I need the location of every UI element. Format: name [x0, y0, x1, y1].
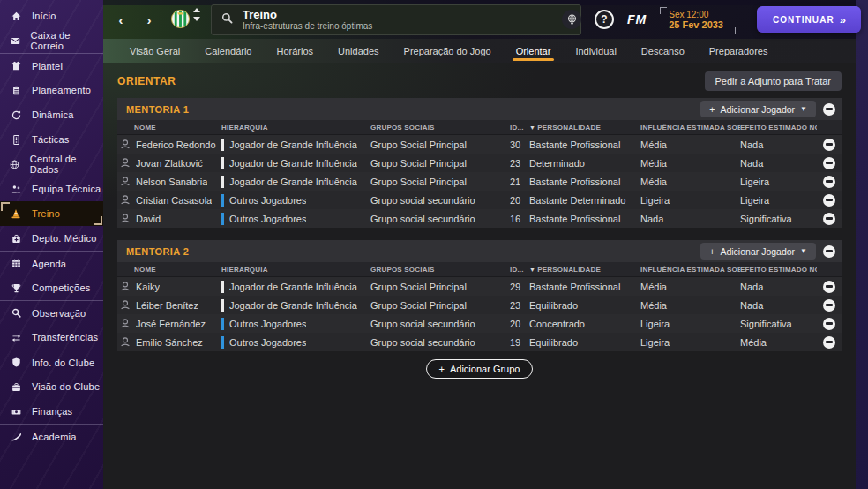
- world-icon[interactable]: [562, 10, 581, 29]
- tab-unidades[interactable]: Unidades: [326, 39, 391, 63]
- player-row[interactable]: Nelson Sanabria Jogador de Grande Influê…: [117, 172, 842, 191]
- calendar-icon: [0, 258, 32, 269]
- col-idade[interactable]: ID...: [510, 124, 529, 132]
- data-hub-icon: [0, 159, 30, 170]
- hierarchy-cell[interactable]: Outros Jogadores: [221, 336, 370, 349]
- remove-player-icon[interactable]: [823, 139, 835, 151]
- sidebar-item-tacticas[interactable]: Tácticas: [0, 127, 103, 152]
- player-row[interactable]: Emilio Sánchez Outros Jogadores Grupo so…: [117, 333, 842, 351]
- sidebar-item-treino[interactable]: Treino: [0, 201, 103, 226]
- personality: Equilibrado: [529, 300, 640, 311]
- add-player-button[interactable]: + Adicionar Jogador ▼: [700, 101, 816, 117]
- hierarchy-cell[interactable]: Outros Jogadores: [221, 213, 370, 225]
- page-search-box[interactable]: Treino Infra-estruturas de treino óptima…: [211, 4, 581, 35]
- col-grupos-sociais[interactable]: GRUPOS SOCIAIS: [370, 124, 510, 132]
- player-row[interactable]: Jovan Zlatković Jogador de Grande Influê…: [117, 154, 842, 172]
- tab-orientar[interactable]: Orientar: [504, 39, 564, 63]
- sidebar-item-competicoes[interactable]: Competições: [0, 275, 103, 300]
- sort-desc-icon: ▼: [529, 124, 535, 131]
- hierarchy-cell[interactable]: Outros Jogadores: [221, 194, 370, 207]
- hierarchy-cell[interactable]: Outros Jogadores: [221, 318, 370, 330]
- col-hierarquia[interactable]: HIERARQUIA: [221, 266, 370, 274]
- add-player-button[interactable]: + Adicionar Jogador ▼: [700, 243, 816, 260]
- sidebar-item-visao-do-clube[interactable]: Visão do Clube: [0, 374, 103, 399]
- hierarchy-cell[interactable]: Jogador de Grande Influência: [221, 176, 370, 188]
- sidebar-item-observacao[interactable]: Observação: [0, 300, 103, 325]
- game-date[interactable]: Sex 12:00 25 Fev 2033: [660, 7, 732, 33]
- tab-individual[interactable]: Individual: [563, 39, 628, 63]
- col-hierarquia[interactable]: HIERARQUIA: [221, 124, 370, 132]
- sidebar-item-financas[interactable]: Finanças: [0, 399, 103, 424]
- col-efeito[interactable]: EFEITO ESTIMADO NO GRUPO: [740, 124, 817, 132]
- team-switcher[interactable]: [193, 8, 200, 21]
- hierarchy-bar: [221, 176, 224, 188]
- tab-preparacao-do-jogo[interactable]: Preparação do Jogo: [392, 39, 504, 63]
- player-row[interactable]: José Fernández Outros Jogadores Grupo so…: [117, 314, 842, 333]
- tab-calendario[interactable]: Calendário: [192, 39, 264, 63]
- age: 16: [510, 214, 529, 224]
- sidebar-item-inicio[interactable]: Início: [0, 4, 103, 28]
- sidebar-item-agenda[interactable]: Agenda: [0, 251, 103, 275]
- remove-group-icon[interactable]: [823, 245, 835, 258]
- hierarchy-cell[interactable]: Jogador de Grande Influência: [221, 299, 370, 312]
- age: 21: [510, 177, 529, 187]
- col-nome[interactable]: NOME: [117, 266, 221, 274]
- sidebar-item-depto-medico[interactable]: Depto. Médico: [0, 226, 103, 251]
- player-row[interactable]: Federico Redondo Jogador de Grande Influ…: [117, 135, 842, 154]
- influence: Ligeira: [640, 337, 740, 348]
- col-personalidade[interactable]: ▼PERSONALIDADE: [529, 266, 640, 274]
- player-row[interactable]: Cristian Casasola Outros Jogadores Grupo…: [117, 191, 842, 209]
- forward-arrow-button[interactable]: ›: [138, 9, 160, 30]
- sidebar-item-plantel[interactable]: Plantel: [0, 53, 103, 78]
- ask-assistant-button[interactable]: Pedir a Adjunto para Tratar: [705, 71, 842, 91]
- remove-player-icon[interactable]: [823, 157, 835, 169]
- tab-preparadores[interactable]: Preparadores: [697, 39, 781, 63]
- add-group-button[interactable]: + Adicionar Grupo: [426, 359, 534, 379]
- player-row[interactable]: Kaiky Jogador de Grande Influência Grupo…: [117, 277, 842, 296]
- remove-player-icon[interactable]: [823, 194, 835, 207]
- help-icon[interactable]: ?: [595, 10, 614, 29]
- remove-player-icon[interactable]: [823, 336, 835, 349]
- col-influencia[interactable]: INFLUÊNCIA ESTIMADA SOBR...: [640, 124, 740, 132]
- influence: Ligeira: [640, 195, 740, 206]
- hierarchy-cell[interactable]: Jogador de Grande Influência: [221, 139, 370, 151]
- col-efeito[interactable]: EFEITO ESTIMADO NO GRUPO: [740, 266, 817, 274]
- tab-horarios[interactable]: Horários: [264, 39, 326, 63]
- player-name: José Fernández: [136, 319, 206, 329]
- tab-visao-geral[interactable]: Visão Geral: [117, 39, 192, 63]
- remove-player-icon[interactable]: [823, 318, 835, 330]
- remove-player-icon[interactable]: [823, 213, 835, 225]
- remove-player-icon[interactable]: [823, 176, 835, 188]
- remove-group-icon[interactable]: [823, 103, 835, 116]
- col-idade[interactable]: ID...: [510, 266, 529, 274]
- sidebar-item-dinamica[interactable]: Dinâmica: [0, 102, 103, 127]
- back-arrow-button[interactable]: ‹: [110, 9, 131, 30]
- fm-logo[interactable]: FM: [627, 12, 647, 26]
- sidebar-item-equipa-tecnica[interactable]: Equipa Técnica: [0, 177, 103, 201]
- player-name: Federico Redondo: [136, 139, 216, 150]
- club-crest[interactable]: [170, 9, 191, 33]
- remove-player-icon[interactable]: [823, 299, 835, 312]
- col-personalidade[interactable]: ▼PERSONALIDADE: [529, 124, 640, 132]
- academy-icon: [0, 431, 32, 442]
- sidebar-item-info-do-clube[interactable]: Info. do Clube: [0, 350, 103, 374]
- hierarchy-cell[interactable]: Jogador de Grande Influência: [221, 157, 370, 169]
- player-row[interactable]: Léiber Benítez Jogador de Grande Influên…: [117, 296, 842, 314]
- col-influencia[interactable]: INFLUÊNCIA ESTIMADA SOBR...: [640, 266, 740, 274]
- hierarchy-cell[interactable]: Jogador de Grande Influência: [221, 281, 370, 293]
- col-grupos-sociais[interactable]: GRUPOS SOCIAIS: [370, 266, 510, 274]
- shield-icon: [0, 357, 32, 368]
- player-name: Cristian Casasola: [136, 195, 212, 206]
- remove-player-icon[interactable]: [823, 281, 835, 293]
- sidebar-item-planeamento[interactable]: Planeamento: [0, 78, 103, 102]
- personality: Bastante Profissional: [529, 214, 640, 224]
- sidebar-item-academia[interactable]: Academia: [0, 424, 103, 448]
- col-nome[interactable]: NOME: [117, 124, 221, 132]
- player-name: Jovan Zlatković: [136, 158, 203, 169]
- sidebar-item-transferencias[interactable]: Transferências: [0, 325, 103, 350]
- player-row[interactable]: David Outros Jogadores Grupo social secu…: [117, 209, 842, 228]
- tab-descanso[interactable]: Descanso: [629, 39, 697, 63]
- sidebar-item-caixa-de-correio[interactable]: Caixa de Correio: [0, 28, 103, 53]
- continue-button[interactable]: CONTINUAR »: [757, 6, 861, 33]
- sidebar-item-central-de-dados[interactable]: Central de Dados: [0, 152, 103, 177]
